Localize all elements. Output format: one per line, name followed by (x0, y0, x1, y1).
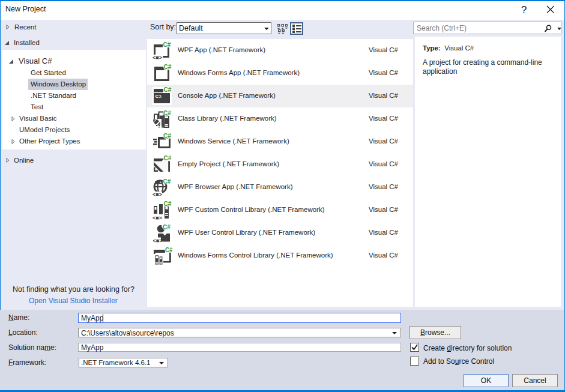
svg-text:C#: C# (163, 178, 171, 185)
svg-text:C#: C# (164, 201, 172, 207)
svg-text:C#: C# (164, 87, 172, 93)
svg-text:C#: C# (163, 110, 171, 116)
svg-text:<■>: <■> (153, 238, 163, 243)
svg-text:C#: C# (164, 155, 172, 161)
svg-text:C#: C# (165, 247, 172, 253)
svg-text:C#: C# (163, 224, 171, 231)
svg-text:<■>: <■> (153, 55, 162, 61)
svg-text:<■>: <■> (153, 191, 162, 198)
svg-text:C#: C# (163, 133, 171, 139)
svg-text:<■>: <■> (153, 215, 162, 220)
svg-text:C:\: C:\ (156, 94, 162, 99)
svg-text:C#: C# (163, 41, 171, 48)
svg-text:C#: C# (164, 64, 172, 70)
